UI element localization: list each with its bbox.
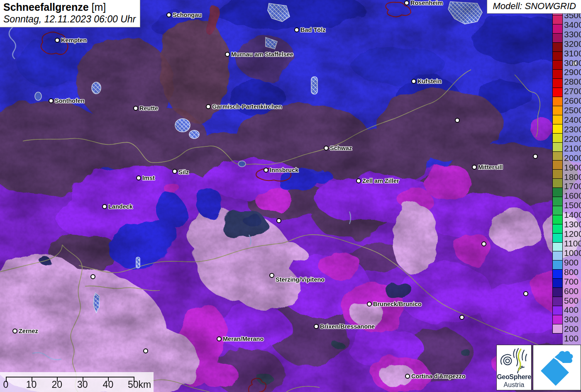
model-label: Modell: SNOWGRID bbox=[487, 0, 581, 14]
colorbar-tick-label: 3000 bbox=[564, 58, 581, 68]
city-dot bbox=[206, 104, 211, 109]
colorbar-tick-label: 1600 bbox=[564, 191, 581, 201]
colorbar-tick-label: 2700 bbox=[564, 86, 581, 96]
geosphere-wordmark: GeoSphere bbox=[497, 373, 531, 381]
colorbar-tick-label: 1100 bbox=[564, 239, 581, 248]
city-label: Bad Tölz bbox=[300, 27, 325, 33]
city-label: Sonthofen bbox=[55, 97, 85, 104]
city-label: Meran/Merano bbox=[223, 336, 264, 342]
city-dot bbox=[404, 0, 409, 5]
colorbar-box bbox=[552, 306, 563, 315]
colorbar-tick-label: 1800 bbox=[564, 172, 581, 182]
colorbar-box bbox=[552, 206, 563, 215]
colorbar-tick-label: 2500 bbox=[564, 105, 581, 115]
colorbar-tick-label: 2300 bbox=[564, 124, 581, 134]
colorbar-box bbox=[552, 78, 563, 88]
colorbar-box bbox=[552, 197, 563, 206]
city-dot bbox=[217, 336, 222, 341]
colorbar-tick-label: 1400 bbox=[564, 210, 581, 220]
colorbar-box bbox=[552, 215, 563, 224]
city-dot bbox=[276, 218, 281, 223]
colorbar-tick-label: 200 bbox=[564, 324, 579, 334]
colorbar-tick-label: 700 bbox=[564, 277, 579, 287]
colorbar-tick-label: 2100 bbox=[564, 144, 581, 153]
colorbar-box bbox=[552, 324, 563, 334]
colorbar-box bbox=[552, 60, 563, 70]
city-dot bbox=[533, 154, 538, 159]
city-label: Kufstein bbox=[417, 78, 442, 85]
city-label: Imst bbox=[142, 175, 155, 181]
map-title-variable: Schneefallgrenze bbox=[3, 1, 89, 13]
colorbar-tick-label: 300 bbox=[564, 314, 579, 324]
mountain-cloud-logo bbox=[533, 345, 580, 388]
city-label: Silz bbox=[178, 169, 189, 175]
city-dot bbox=[455, 118, 460, 123]
weather-map-canvas bbox=[0, 0, 581, 392]
colorbar-tick-label: 3400 bbox=[564, 20, 581, 30]
colorbar-box bbox=[552, 160, 563, 170]
colorbar-box bbox=[552, 69, 563, 79]
city-dot bbox=[411, 79, 416, 84]
scale-bar-number: 30 bbox=[77, 379, 88, 390]
colorbar-box bbox=[552, 269, 563, 279]
city-label: Zernez bbox=[19, 328, 38, 334]
colorbar-tick-label: 1300 bbox=[564, 219, 581, 229]
colorbar-tick-label: 1500 bbox=[564, 200, 581, 210]
colorbar-box bbox=[552, 224, 563, 234]
colorbar-tick-label: 3200 bbox=[564, 39, 581, 49]
colorbar-tick-label: 100 bbox=[564, 334, 579, 343]
city-label: Garmisch-Partenkirchen bbox=[212, 103, 282, 110]
colorbar-box bbox=[552, 142, 563, 152]
colorbar-tick-label: 3100 bbox=[564, 49, 581, 58]
city-dot bbox=[136, 175, 141, 180]
colorbar-tick-label: 2600 bbox=[564, 96, 581, 106]
colorbar-box bbox=[552, 88, 563, 97]
city-dot bbox=[269, 273, 274, 278]
city-label: Reutte bbox=[139, 105, 158, 112]
colorbar-box bbox=[552, 97, 563, 106]
colorbar-box bbox=[552, 106, 563, 115]
colorbar-box bbox=[552, 42, 563, 52]
colorbar-tick-label: 600 bbox=[564, 286, 579, 296]
scale-bar-number: 10 bbox=[26, 379, 37, 390]
colorbar-tick-label: 900 bbox=[564, 258, 579, 268]
city-dot bbox=[314, 324, 319, 329]
colorbar-box bbox=[552, 51, 563, 61]
scale-bar-line bbox=[6, 377, 134, 377]
city-label: Rosenheim bbox=[410, 0, 443, 6]
city-dot bbox=[12, 329, 17, 334]
city-label: Bruneck/Brunico bbox=[373, 301, 422, 307]
map-title-unit: [m] bbox=[92, 1, 106, 13]
scale-bar-number: 40 bbox=[103, 379, 114, 390]
geosphere-fingerprint-icon bbox=[497, 346, 531, 373]
colorbar-tick-label: 500 bbox=[564, 296, 579, 306]
city-dot bbox=[264, 168, 269, 173]
scale-bar-number: 20 bbox=[51, 379, 62, 390]
colorbar-box bbox=[552, 297, 563, 306]
city-label: Landeck bbox=[108, 203, 133, 210]
colorbar-box bbox=[552, 242, 563, 252]
geosphere-country: Austria bbox=[497, 381, 531, 389]
city-dot bbox=[133, 106, 138, 111]
colorbar-box bbox=[552, 169, 563, 179]
colorbar-box bbox=[552, 260, 563, 270]
colorbar-box bbox=[552, 115, 563, 124]
geosphere-logo-box: GeoSphere Austria bbox=[496, 345, 532, 390]
colorbar-tick-label: 2900 bbox=[564, 67, 581, 77]
city-dot bbox=[472, 165, 477, 170]
map-title-box: Schneefallgrenze [m] Sonntag, 12.11.2023… bbox=[0, 0, 140, 27]
colorbar-tick-label: 2400 bbox=[564, 115, 581, 125]
colorbar-box bbox=[552, 124, 563, 134]
colorbar-box bbox=[552, 233, 563, 243]
colorbar-box bbox=[552, 278, 563, 288]
city-dot bbox=[143, 348, 148, 353]
colorbar-tick-label: 1900 bbox=[564, 163, 581, 173]
colorbar-box bbox=[552, 187, 563, 197]
scale-bar-number: 0 bbox=[3, 379, 9, 390]
snowgrid-map-page: { "title": { "name": "Schneefallgrenze",… bbox=[0, 0, 581, 392]
city-dot bbox=[55, 38, 60, 43]
city-label: Innsbruck bbox=[270, 167, 298, 173]
city-label: Schongau bbox=[173, 12, 202, 18]
map-title: Schneefallgrenze [m] bbox=[3, 1, 136, 13]
colorbar-box bbox=[552, 133, 563, 143]
